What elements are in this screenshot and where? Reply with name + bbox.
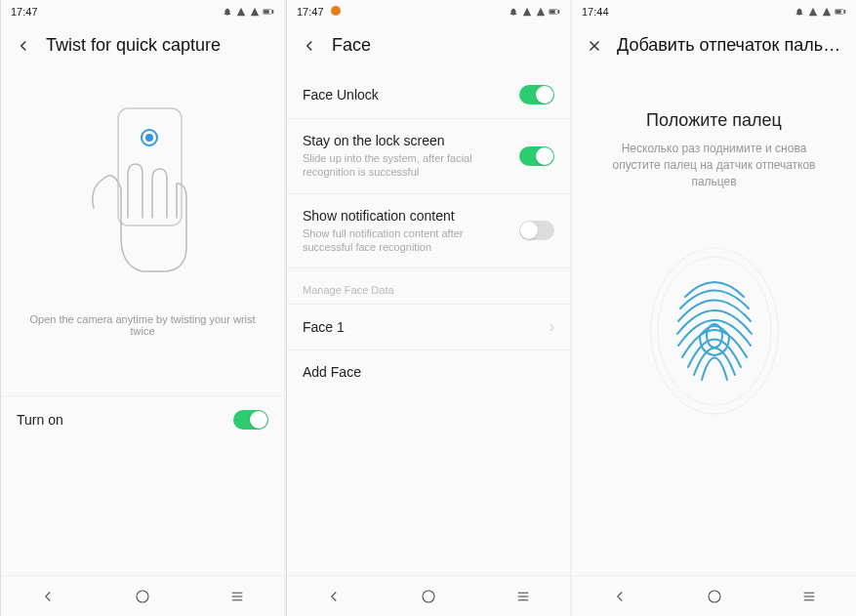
signal-icon: [235, 7, 247, 17]
fingerprint-heading: Положите палец: [572, 110, 856, 131]
svg-rect-18: [844, 11, 845, 14]
notification-dot-icon: [331, 6, 341, 16]
svg-rect-11: [558, 11, 559, 14]
nav-recent-icon[interactable]: [228, 588, 246, 605]
svg-point-6: [137, 591, 148, 602]
svg-point-13: [423, 591, 434, 602]
back-icon[interactable]: [301, 37, 318, 55]
header: Добавить отпечаток паль…: [572, 23, 856, 71]
nav-recent-icon[interactable]: [514, 588, 532, 605]
nav-home-icon[interactable]: [420, 588, 437, 605]
row-label: Stay on the lock screen: [303, 133, 510, 148]
twist-illustration: [1, 101, 284, 296]
nav-back-icon[interactable]: [611, 588, 629, 605]
svg-point-5: [145, 134, 153, 142]
nav-bar: [1, 575, 284, 616]
status-time: 17:44: [582, 6, 609, 18]
face-unlock-row[interactable]: Face Unlock: [287, 71, 570, 119]
turn-on-row[interactable]: Turn on: [1, 395, 284, 443]
status-time: 17:47: [11, 6, 38, 18]
notification-icon: [794, 7, 805, 17]
content-area: Open the camera anytime by twisting your…: [1, 71, 284, 575]
header: Face: [287, 23, 570, 71]
toggle-label: Turn on: [17, 412, 63, 428]
screen-twist-capture: 17:47 Twist for quick capture Open the c…: [0, 0, 284, 616]
nav-bar: [572, 575, 856, 616]
screen-face: 17:47 Face Face Unlock Stay on the lock …: [286, 0, 570, 616]
page-title: Добавить отпечаток паль…: [617, 35, 840, 56]
face-unlock-toggle[interactable]: [519, 85, 554, 104]
signal-icon: [521, 7, 533, 17]
nav-back-icon[interactable]: [325, 588, 343, 605]
battery-icon: [263, 7, 274, 17]
signal-icon-2: [535, 7, 547, 17]
status-time-wrap: 17:47: [297, 6, 341, 18]
page-title: Face: [332, 35, 371, 56]
nav-back-icon[interactable]: [39, 588, 57, 605]
turn-on-toggle[interactable]: [233, 410, 268, 430]
svg-rect-1: [272, 11, 273, 14]
row-label: Add Face: [303, 364, 361, 380]
nav-home-icon[interactable]: [134, 588, 151, 605]
svg-point-25: [709, 591, 720, 602]
svg-rect-12: [550, 11, 555, 14]
row-sub: Slide up into the system, after facial r…: [303, 151, 510, 180]
close-icon[interactable]: [586, 37, 603, 55]
fingerprint-sub: Несколько раз поднимите и снова опустите…: [572, 131, 856, 189]
status-icons: [794, 7, 846, 17]
status-bar: 17:47: [1, 0, 284, 23]
notification-icon: [508, 7, 519, 17]
content-area: Положите палец Несколько раз поднимите и…: [572, 71, 856, 575]
face-1-row[interactable]: Face 1 ›: [287, 305, 570, 350]
row-label: Face Unlock: [303, 87, 510, 103]
add-face-row[interactable]: Add Face: [287, 350, 570, 393]
back-icon[interactable]: [15, 37, 32, 55]
battery-icon: [549, 7, 560, 17]
fingerprint-illustration: [572, 238, 856, 424]
signal-icon-2: [249, 7, 261, 17]
stay-lock-toggle[interactable]: [519, 146, 554, 166]
status-bar: 17:44: [572, 0, 856, 23]
status-bar: 17:47: [287, 0, 570, 23]
show-notif-toggle[interactable]: [519, 221, 554, 240]
show-notif-row[interactable]: Show notification content Show full noti…: [287, 194, 570, 269]
row-sub: Show full notification content after suc…: [303, 226, 510, 255]
nav-bar: [287, 575, 570, 616]
section-header: Manage Face Data: [287, 268, 570, 305]
signal-icon: [807, 7, 819, 17]
content-area: Face Unlock Stay on the lock screen Slid…: [287, 71, 570, 575]
svg-rect-19: [836, 11, 841, 14]
svg-rect-2: [265, 11, 269, 14]
page-title: Twist for quick capture: [46, 35, 221, 56]
chevron-right-icon: ›: [550, 318, 554, 336]
battery-icon: [835, 7, 846, 17]
status-icons: [222, 7, 274, 17]
stay-lock-row[interactable]: Stay on the lock screen Slide up into th…: [287, 119, 570, 194]
signal-icon-2: [821, 7, 833, 17]
notification-icon: [222, 7, 233, 17]
header: Twist for quick capture: [1, 23, 284, 71]
description-text: Open the camera anytime by twisting your…: [1, 313, 284, 337]
status-icons: [508, 7, 560, 17]
row-label: Show notification content: [303, 208, 510, 224]
nav-recent-icon[interactable]: [800, 588, 818, 605]
nav-home-icon[interactable]: [706, 588, 723, 605]
screen-fingerprint: 17:44 Добавить отпечаток паль… Положите …: [572, 0, 856, 616]
row-label: Face 1: [303, 319, 345, 335]
